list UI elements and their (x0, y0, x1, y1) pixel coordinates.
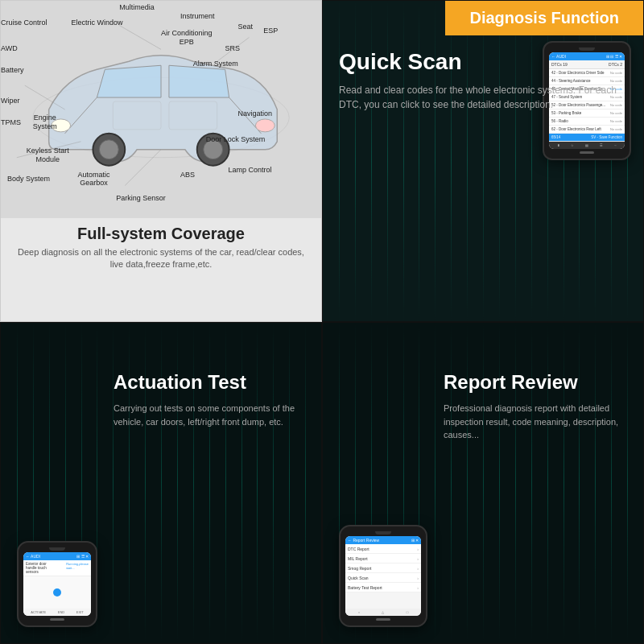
phone-notch-right (375, 531, 391, 535)
car-diagram: Multimedia Cruise Control Electric Windo… (1, 1, 321, 218)
label-esp: ESP (263, 27, 278, 35)
cell-report: ← Report Review ⊞ ✕ DTC Report› MIL Repo… (322, 322, 644, 644)
phone-home-right (376, 618, 390, 621)
actuation-title: Actuation Test (114, 371, 313, 394)
report-screen: ← Report Review ⊞ ✕ DTC Report› MIL Repo… (345, 536, 421, 616)
label-battery: Battery (1, 66, 24, 75)
actuation-bottom: ACTIVATEENDEXIT (23, 609, 91, 616)
scan-row-8: 62 - Door Electronics Rear LeftNo code (549, 126, 625, 134)
report-row-1: DTC Report› (345, 544, 421, 554)
quick-scan-content-block: Quick Scan Read and clear codes for the … (339, 49, 627, 124)
label-nav: Navigation (238, 109, 273, 118)
report-row-4: Quick Scan› (345, 573, 421, 583)
label-seat: Seat (238, 23, 254, 31)
report-row-3: Smog Report› (345, 564, 421, 573)
actuation-content-block: Actuation Test Carrying out tests on som… (114, 371, 313, 428)
label-gearbox: AutomaticGearbox (78, 171, 110, 188)
label-keyless: Keyless StartModule (27, 147, 69, 164)
cell-actuation: ← AUDI ⊞ ☰ ✕ Exterior doorhandle touchse… (0, 322, 322, 644)
label-tpms: TPMS (1, 118, 21, 127)
main-grid: Multimedia Cruise Control Electric Windo… (0, 0, 644, 644)
label-abs: ABS (180, 171, 195, 180)
report-icons: ⊞ ✕ (411, 538, 419, 543)
report-screen-header: ← Report Review ⊞ ✕ (345, 536, 421, 544)
report-title: Report Review (444, 371, 635, 394)
actuation-header: ← AUDI ⊞ ☰ ✕ (23, 552, 91, 560)
report-row-2: MIL Report› (345, 554, 421, 564)
label-window: Electric Window (72, 19, 123, 27)
label-alarm: Alarm System (193, 60, 238, 68)
label-ac: Air ConditioningEPB (161, 29, 213, 47)
label-lamp: Lamp Control (229, 166, 272, 175)
report-back: ← Report Review (348, 538, 379, 543)
car-labels-container: Multimedia Cruise Control Electric Windo… (1, 1, 321, 218)
phone-bottom-nav: ⏸☆▤☰→ (549, 142, 625, 149)
report-bottom-nav: ○△□ (345, 609, 421, 616)
full-system-desc: Deep diagnosis on all the electronic sys… (17, 246, 305, 271)
quick-scan-title: Quick Scan (339, 49, 627, 75)
report-row-5: Battery Test Report› (345, 583, 421, 592)
label-srs: SRS (225, 44, 241, 53)
diagnosis-function-header: Diagnosis Function (445, 1, 643, 35)
actuation-row-1: Exterior doorhandle touchsensors Running… (23, 560, 91, 576)
report-desc: Professional diagnosis report with detai… (444, 402, 635, 442)
label-doorlock: Door Lock System (206, 135, 266, 144)
actuation-phone: ← AUDI ⊞ ☰ ✕ Exterior doorhandle touchse… (17, 541, 97, 627)
actuation-icons: ⊞ ☰ ✕ (76, 554, 89, 559)
scan-row-highlight: 65/14SV - Save Function (549, 134, 625, 142)
phone-home-left (50, 618, 64, 621)
label-wiper: Wiper (1, 97, 20, 105)
actuation-desc: Carrying out tests on some components of… (114, 402, 313, 428)
label-multimedia: Multimedia (119, 3, 155, 12)
label-awd: AWD (1, 44, 18, 53)
full-system-text-block: Full-system Coverage Deep diagnosis on a… (1, 218, 321, 275)
actuation-screen: ← AUDI ⊞ ☰ ✕ Exterior doorhandle touchse… (23, 552, 91, 616)
actuation-back: ← AUDI (26, 554, 40, 559)
label-cruise: Cruise Control (1, 19, 47, 27)
quick-scan-desc: Read and clear codes for the whole elect… (339, 83, 627, 112)
report-phone: ← Report Review ⊞ ✕ DTC Report› MIL Repo… (339, 525, 427, 627)
report-content-block: Report Review Professional diagnosis rep… (444, 371, 635, 442)
label-engine: EngineSystem (33, 114, 57, 131)
cell-quick-scan: Diagnosis Function ← AUDI ⊞ ⊟ ☰ ✕ DTCs 1… (322, 0, 644, 322)
label-parking: Parking Sensor (116, 194, 166, 203)
full-system-title: Full-system Coverage (17, 225, 305, 243)
cell-full-system: Multimedia Cruise Control Electric Windo… (0, 0, 322, 322)
label-instrument: Instrument (180, 12, 215, 21)
phone-home-button (580, 151, 594, 154)
phone-notch-left (49, 547, 65, 551)
label-body: Body System (7, 175, 50, 184)
